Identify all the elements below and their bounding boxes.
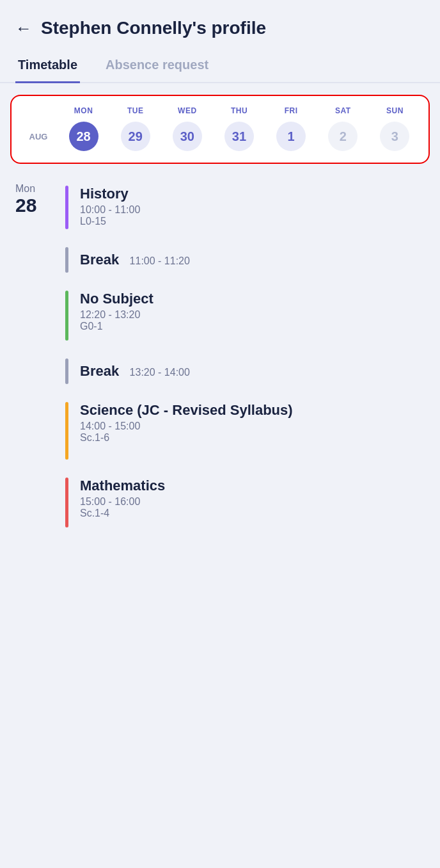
event-time-no-subject: 12:20 - 13:20: [80, 309, 153, 321]
calendar-date-29[interactable]: 29: [121, 122, 150, 151]
calendar-day-mon: MON: [58, 106, 109, 115]
break-time-1: 11:00 - 11:20: [130, 255, 190, 266]
break-time-2: 13:20 - 14:00: [130, 367, 190, 378]
event-no-subject: No Subject 12:20 - 13:20 G0-1: [65, 291, 425, 341]
calendar-day-tue: TUE: [109, 106, 161, 115]
calendar-day-thu: THU: [213, 106, 265, 115]
day-number: 28: [15, 195, 58, 216]
break-label-2: Break: [80, 363, 119, 379]
event-science: Science (JC - Revised Syllabus) 14:00 - …: [65, 402, 425, 460]
event-time-history: 10:00 - 11:00: [80, 204, 140, 216]
event-mathematics: Mathematics 15:00 - 16:00 Sc.1-4: [65, 478, 425, 527]
event-bar-mathematics: [65, 478, 68, 527]
page-title: Stephen Connelly's profile: [41, 18, 266, 38]
calendar-date-1[interactable]: 1: [276, 122, 306, 151]
event-bar-no-subject: [65, 291, 68, 341]
event-break-1: Break 11:00 - 11:20: [65, 247, 425, 273]
tabs-bar: Timetable Absence request: [0, 49, 440, 83]
calendar-date-28[interactable]: 28: [69, 122, 98, 151]
calendar-date-31[interactable]: 31: [224, 122, 254, 151]
calendar-month-label: AUG: [19, 132, 58, 141]
event-time-science: 14:00 - 15:00: [80, 421, 293, 432]
back-button[interactable]: ←: [15, 19, 32, 38]
calendar-day-wed: WED: [161, 106, 213, 115]
calendar-date-30[interactable]: 30: [173, 122, 202, 151]
event-title-mathematics: Mathematics: [80, 478, 165, 494]
tab-absence-request[interactable]: Absence request: [103, 50, 211, 83]
event-title-history: History: [80, 186, 140, 202]
break-bar-2: [65, 358, 68, 384]
calendar-date-2[interactable]: 2: [328, 122, 358, 151]
event-location-science: Sc.1-6: [80, 432, 293, 444]
break-bar-1: [65, 247, 68, 273]
event-title-no-subject: No Subject: [80, 291, 153, 307]
day-label: Mon: [15, 183, 58, 195]
event-location-mathematics: Sc.1-4: [80, 508, 165, 519]
event-time-mathematics: 15:00 - 16:00: [80, 496, 165, 508]
event-break-2: Break 13:20 - 14:00: [65, 358, 425, 384]
break-label-1: Break: [80, 252, 119, 268]
calendar-widget: MON TUE WED THU FRI SAT SUN AUG 28 29 30…: [10, 95, 430, 164]
event-history: History 10:00 - 11:00 L0-15: [65, 186, 425, 229]
event-location-no-subject: G0-1: [80, 321, 153, 332]
calendar-day-fri: FRI: [265, 106, 317, 115]
calendar-dates-row: AUG 28 29 30 31 1 2 3: [19, 122, 421, 151]
event-location-history: L0-15: [80, 216, 140, 227]
calendar-date-3[interactable]: 3: [380, 122, 409, 151]
calendar-day-sat: SAT: [317, 106, 369, 115]
tab-timetable[interactable]: Timetable: [15, 50, 80, 83]
event-bar-science: [65, 402, 68, 460]
calendar-month: [19, 106, 58, 115]
header: ← Stephen Connelly's profile: [0, 0, 440, 49]
calendar-header: MON TUE WED THU FRI SAT SUN: [19, 106, 421, 115]
event-bar-history: [65, 186, 68, 229]
calendar-day-sun: SUN: [369, 106, 421, 115]
event-title-science: Science (JC - Revised Syllabus): [80, 402, 293, 419]
schedule-list: Mon 28 History 10:00 - 11:00 L0-15 Break…: [0, 170, 440, 545]
